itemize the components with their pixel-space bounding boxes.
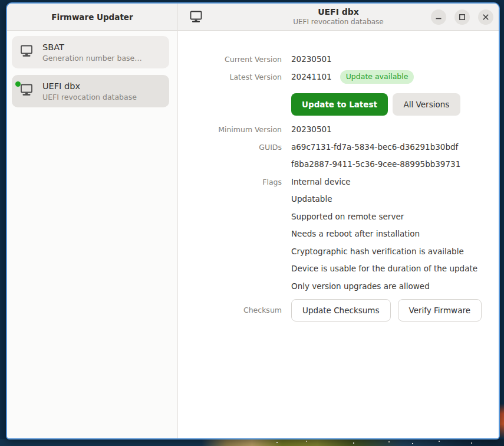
update-available-badge: Update available <box>340 70 414 84</box>
guid-value: a69c7131-fd7a-5834-bec6-d36291b30bdf <box>291 139 460 156</box>
maximize-icon <box>459 14 466 21</box>
desktop-wallpaper-edge <box>500 404 504 438</box>
guids-row: GUIDs a69c7131-fd7a-5834-bec6-d36291b30b… <box>178 139 499 173</box>
monitor-icon <box>19 45 34 60</box>
close-icon <box>482 14 489 21</box>
flag-value: Device is usable for the duration of the… <box>291 260 477 278</box>
latest-version-row: Latest Version 20241101Update available <box>178 68 499 86</box>
latest-version-number: 20241101 <box>291 72 332 81</box>
maximize-button[interactable] <box>454 9 470 25</box>
flag-value: Needs a reboot after installation <box>291 225 477 243</box>
sidebar-item-sbat[interactable]: SBAT Generation number base… <box>12 36 169 68</box>
latest-version-value: 20241101Update available <box>291 68 414 86</box>
checksum-label: Checksum <box>178 299 282 322</box>
firmware-updater-window: Firmware Updater UEFI dbx UEFI revocatio… <box>6 2 500 440</box>
device-title: UEFI dbx <box>42 81 137 93</box>
minimize-icon <box>435 14 442 21</box>
flags-row: Flags Internal device Updatable Supporte… <box>178 173 499 296</box>
flag-value: Cryptographic hash verification is avail… <box>291 243 477 261</box>
device-list: SBAT Generation number base… UEFI dbx UE… <box>7 31 177 438</box>
device-details-pane: Current Version 20230501 Latest Version … <box>178 31 499 438</box>
current-version-label: Current Version <box>178 51 282 68</box>
guid-value: f8ba2887-9411-5c36-9cee-88995bb39731 <box>291 156 460 173</box>
guids-label: GUIDs <box>178 139 282 156</box>
main-titlebar[interactable]: UEFI dbx UEFI revocation database <box>178 4 499 31</box>
current-version-row: Current Version 20230501 <box>178 51 499 68</box>
latest-version-label: Latest Version <box>178 68 282 86</box>
sidebar-titlebar: Firmware Updater <box>7 4 177 31</box>
minimize-button[interactable] <box>431 9 446 25</box>
monitor-icon <box>19 84 34 99</box>
update-checksums-button[interactable]: Update Checksums <box>291 299 391 322</box>
flag-value: Only version upgrades are allowed <box>291 278 477 296</box>
all-versions-button[interactable]: All Versions <box>393 93 460 116</box>
desktop-wallpaper <box>0 439 504 446</box>
flags-values: Internal device Updatable Supported on r… <box>291 173 477 296</box>
flag-value: Internal device <box>291 173 477 191</box>
device-subtitle: Generation number base… <box>42 54 142 63</box>
minimum-version-label: Minimum Version <box>178 121 282 139</box>
current-version-value: 20230501 <box>291 51 332 68</box>
update-actions-row: Update to Latest All Versions <box>178 93 499 116</box>
flag-value: Updatable <box>291 191 477 208</box>
app-title: Firmware Updater <box>51 12 133 22</box>
device-subtitle: UEFI revocation database <box>42 93 137 101</box>
device-title: SBAT <box>42 42 142 54</box>
update-available-dot <box>15 81 21 87</box>
flag-value: Supported on remote server <box>291 208 477 226</box>
guids-values: a69c7131-fd7a-5834-bec6-d36291b30bdf f8b… <box>291 139 460 173</box>
minimum-version-row: Minimum Version 20230501 <box>178 121 499 139</box>
flags-label: Flags <box>178 173 282 191</box>
close-button[interactable] <box>478 9 493 25</box>
monitor-icon <box>189 11 203 25</box>
update-to-latest-button[interactable]: Update to Latest <box>291 93 388 116</box>
verify-firmware-button[interactable]: Verify Firmware <box>398 299 482 322</box>
minimum-version-value: 20230501 <box>291 121 332 139</box>
window-controls <box>431 9 493 25</box>
sidebar-item-uefi-dbx[interactable]: UEFI dbx UEFI revocation database <box>12 75 169 107</box>
checksum-row: Checksum Update Checksums Verify Firmwar… <box>178 299 499 322</box>
